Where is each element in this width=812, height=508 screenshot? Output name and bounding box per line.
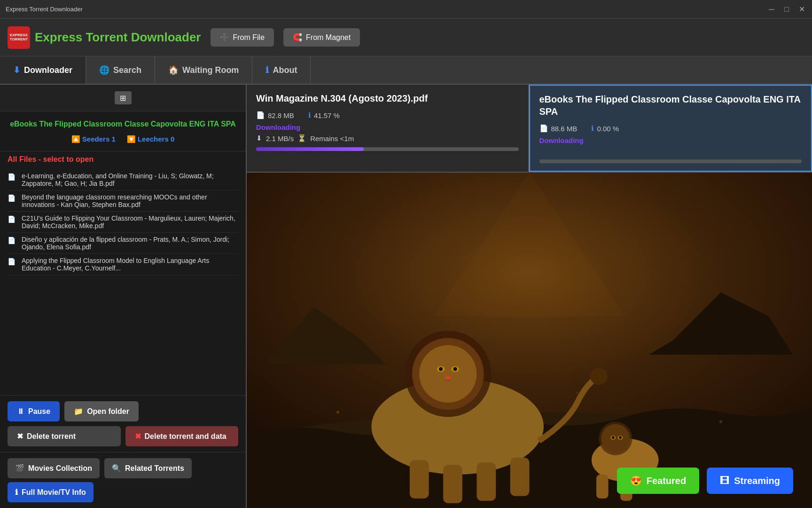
percent-stat-1: ℹ 41.57 % — [308, 111, 340, 119]
from-magnet-button[interactable]: 🧲 From Magnet — [283, 28, 360, 47]
svg-point-24 — [612, 436, 615, 439]
about-label: About — [273, 65, 297, 75]
downloading-label-2: Downloading — [539, 136, 802, 144]
download-title-2: eBooks The Flipped Classroom Classe Capo… — [539, 93, 802, 118]
files-list: 📄 e-Learning, e-Education, and Online Tr… — [8, 169, 238, 275]
info-icon-2: ℹ — [591, 124, 594, 133]
tab-about[interactable]: ℹ About — [252, 56, 311, 84]
speed-row-1: ⬇ 2.1 MB/s ⏳ Remains <1m — [256, 134, 519, 143]
svg-point-8 — [419, 345, 476, 403]
tab-search[interactable]: 🌐 Search — [86, 56, 155, 84]
full-movie-info-button[interactable]: ℹ Full Movie/TV Info — [8, 482, 94, 502]
file-item[interactable]: 📄 Beyond the language classroom research… — [8, 190, 238, 212]
file-item[interactable]: 📄 C21U's Guide to Flipping Your Classroo… — [8, 212, 238, 233]
file-name: Beyond the language classroom researchin… — [22, 193, 238, 208]
seeders-count: 🔼 Seeders 1 — [71, 135, 116, 143]
featured-label: Featured — [647, 476, 686, 486]
torrent-header: eBooks The Flipped Classroom Classe Capo… — [0, 111, 246, 151]
file-name: e-Learning, e-Education, and Online Trai… — [22, 172, 238, 187]
from-file-button[interactable]: ➕ From File — [211, 28, 274, 47]
size-value-1: 82.8 MB — [268, 111, 294, 119]
file-name: Diseño y aplicación de la flipped classr… — [22, 236, 238, 251]
files-header: All Files - select to open — [8, 155, 238, 164]
file-icon-2: 📄 — [539, 124, 548, 133]
svg-point-25 — [619, 436, 622, 439]
delete-torrent-data-button[interactable]: ✖ Delete torrent and data — [125, 426, 239, 446]
from-magnet-icon: 🧲 — [293, 33, 302, 42]
torrent-title: eBooks The Flipped Classroom Classe Capo… — [8, 119, 238, 129]
maximize-button[interactable]: □ — [782, 5, 791, 14]
percent-value-2: 0.00 % — [597, 125, 619, 133]
svg-rect-17 — [510, 458, 530, 496]
file-item[interactable]: 📄 Applying the Flipped Classroom Model t… — [8, 254, 238, 275]
streaming-label: Streaming — [734, 476, 780, 486]
app-logo-icon: EXPRESSTORRENT — [8, 26, 30, 49]
related-torrents-button[interactable]: 🔍 Related Torrents — [104, 458, 192, 478]
search-label: Search — [113, 65, 141, 75]
downloader-label: Downloader — [24, 65, 72, 75]
app-logo: EXPRESSTORRENT Express Torrent Downloade… — [8, 26, 201, 49]
header: EXPRESSTORRENT Express Torrent Downloade… — [0, 19, 812, 56]
file-icon: 📄 — [8, 173, 17, 183]
bottom-row-1: 🎬 Movies Collection 🔍 Related Torrents — [8, 458, 238, 478]
bottom-buttons: 🎬 Movies Collection 🔍 Related Torrents ℹ… — [0, 452, 246, 508]
svg-point-28 — [336, 411, 339, 413]
downloading-label-1: Downloading — [256, 123, 519, 131]
progress-bar-bg-1 — [256, 147, 519, 151]
open-folder-button[interactable]: 📁 Open folder — [64, 401, 139, 421]
title-text: Express Torrent Downloader — [6, 6, 83, 13]
pause-button[interactable]: ⏸ Pause — [8, 401, 60, 421]
tab-downloader[interactable]: ⬇ Downloader — [0, 56, 86, 84]
download-card-2[interactable]: eBooks The Flipped Classroom Classe Capo… — [529, 85, 812, 172]
progress-bar-bg-2 — [539, 159, 802, 163]
movies-label: Movies Collection — [28, 464, 92, 473]
fullmovie-label: Full Movie/TV Info — [22, 488, 86, 497]
floating-buttons: 😍 Featured 🎞 Streaming — [617, 468, 793, 494]
tab-waiting-room[interactable]: 🏠 Waiting Room — [155, 56, 252, 84]
delete-data-label: Delete torrent and data — [145, 432, 226, 441]
file-name: Applying the Flipped Classroom Model to … — [22, 257, 238, 272]
main-content: ⊞ eBooks The Flipped Classroom Classe Ca… — [0, 85, 812, 508]
file-icon-1: 📄 — [256, 111, 265, 119]
file-item[interactable]: 📄 Diseño y aplicación de la flipped clas… — [8, 233, 238, 254]
leechers-count: 🔽 Leechers 0 — [127, 135, 175, 143]
minimize-button[interactable]: ─ — [767, 5, 776, 14]
related-icon: 🔍 — [112, 464, 121, 473]
movies-collection-button[interactable]: 🎬 Movies Collection — [8, 458, 100, 478]
svg-rect-16 — [476, 462, 496, 500]
files-section[interactable]: All Files - select to open 📄 e-Learning,… — [0, 151, 246, 395]
svg-point-18 — [590, 368, 608, 385]
size-stat-1: 📄 82.8 MB — [256, 111, 294, 119]
download-card-1[interactable]: Win Magazine N.304 (Agosto 2023).pdf 📄 8… — [247, 85, 529, 172]
title-bar: Express Torrent Downloader ─ □ ✕ — [0, 0, 812, 19]
title-bar-left: Express Torrent Downloader — [6, 6, 83, 13]
streaming-button[interactable]: 🎞 Streaming — [707, 468, 793, 494]
svg-point-29 — [576, 392, 578, 394]
file-item[interactable]: 📄 e-Learning, e-Education, and Online Tr… — [8, 169, 238, 190]
title-bar-controls: ─ □ ✕ — [767, 5, 806, 14]
left-panel: ⊞ eBooks The Flipped Classroom Classe Ca… — [0, 85, 247, 508]
delete-torrent-button[interactable]: ✖ Delete torrent — [8, 426, 121, 446]
file-icon: 📄 — [8, 237, 17, 246]
percent-value-1: 41.57 % — [314, 111, 340, 119]
size-stat-2: 📄 88.6 MB — [539, 124, 578, 133]
file-icon: 📄 — [8, 258, 17, 267]
svg-point-13 — [445, 376, 451, 380]
related-label: Related Torrents — [125, 464, 184, 473]
info-icon-1: ℹ — [308, 111, 311, 119]
folder-icon: 📁 — [74, 407, 83, 416]
file-name: C21U's Guide to Flipping Your Classroom … — [22, 214, 238, 230]
svg-rect-26 — [596, 475, 608, 499]
expand-button[interactable]: ⊞ — [115, 91, 132, 104]
lion-scene-svg — [247, 173, 812, 508]
close-button[interactable]: ✕ — [797, 5, 806, 14]
featured-button[interactable]: 😍 Featured — [617, 468, 699, 494]
delete-label: Delete torrent — [27, 432, 76, 441]
download-stats-1: 📄 82.8 MB ℹ 41.57 % — [256, 111, 519, 119]
waiting-room-icon: 🏠 — [168, 65, 179, 75]
right-panel: Win Magazine N.304 (Agosto 2023).pdf 📄 8… — [247, 85, 812, 508]
delete-buttons-row: ✖ Delete torrent ✖ Delete torrent and da… — [8, 426, 238, 446]
svg-rect-14 — [410, 460, 429, 498]
speed-value-1: 2.1 MB/s — [266, 135, 294, 143]
seeders-leechers: 🔼 Seeders 1 🔽 Leechers 0 — [8, 135, 238, 143]
